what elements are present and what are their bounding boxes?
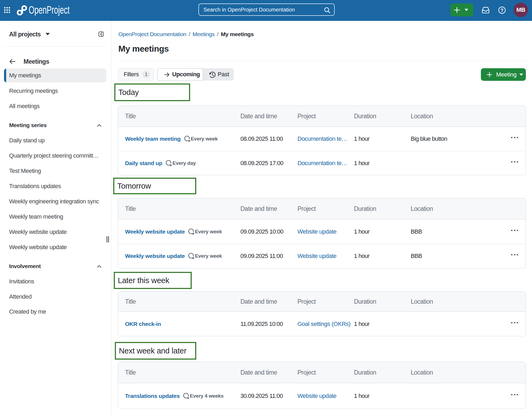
svg-text:?: ? (501, 8, 504, 13)
svg-text:OpenProject: OpenProject (29, 5, 70, 16)
